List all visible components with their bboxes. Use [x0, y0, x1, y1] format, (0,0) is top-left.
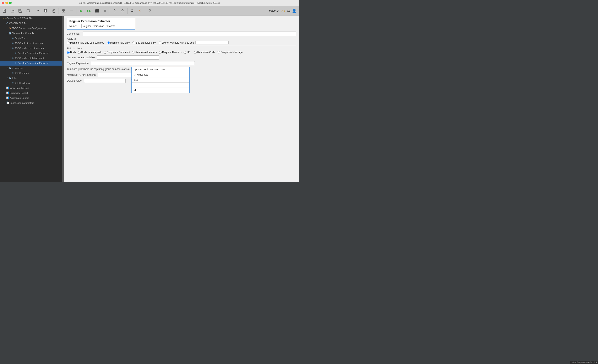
re-header-box: Regular Expression Extractor Name: [67, 18, 135, 30]
radio-jmeter-var-input[interactable] [159, 41, 161, 44]
sidebar-item-label: transaction parameters [10, 101, 34, 105]
listener-icon: 📊 [6, 86, 9, 90]
expand-button[interactable] [60, 7, 67, 15]
new-button[interactable] [1, 7, 8, 15]
run-no-pause-button[interactable]: ▶▶ [85, 7, 93, 15]
sidebar-item-begin-trans[interactable]: ✏ Begin Trans [0, 36, 62, 41]
sample-counter: 0/1 [287, 9, 290, 12]
radio-sub-only[interactable]: Sub-samples only [133, 41, 156, 44]
field-body-as-doc[interactable]: Body as a Document [104, 51, 130, 54]
comments-input[interactable] [83, 32, 296, 36]
sidebar-item-label: JDBC update credit account [15, 46, 44, 50]
sidebar-item-summary-report[interactable]: 📊 Summary Report [0, 90, 62, 96]
elapsed-time: 00:00:14 [269, 9, 279, 12]
sidebar-item-label: if success [12, 66, 23, 70]
sidebar-item-aggregate-report[interactable]: 📊 Aggregate Report [0, 96, 62, 100]
name-input[interactable] [81, 24, 133, 28]
help-button[interactable]: ? [146, 7, 154, 15]
search-button[interactable] [129, 7, 136, 15]
sidebar-item-tx-ctrl[interactable]: ▼ ▣ Transaction Controller [0, 31, 62, 36]
field-resp-code-input[interactable] [194, 51, 197, 54]
paste-button[interactable] [50, 7, 58, 15]
extractor-icon: ✏ [15, 61, 17, 65]
regex-input[interactable] [91, 61, 195, 65]
expand-arrow: ▼ [9, 56, 12, 60]
sampler-icon: ✏ [12, 41, 14, 45]
sidebar-item-if-fail[interactable]: ▼ ▣ If fail [0, 75, 62, 81]
popup-name-created-var-row: update_debit_account_rows [132, 67, 189, 72]
copy-button[interactable] [42, 7, 50, 15]
clear-all-button[interactable] [119, 7, 126, 15]
plan-icon: 🗂 [3, 16, 6, 20]
sidebar-item-ob-oracle[interactable]: ▼ ⚙ OB-ORACLE Test [0, 21, 62, 26]
field-body-unescaped-input[interactable] [78, 51, 81, 54]
popup-template-row: $1$ [132, 77, 189, 83]
radio-main-only[interactable]: Main sample only [107, 41, 130, 44]
sidebar-item-jdbc-update-debit[interactable]: ▼ ✏ JDBC update debit account [0, 56, 62, 61]
sidebar-item-if-success[interactable]: ▼ ▣ if success [0, 65, 62, 71]
stop-now-button[interactable]: ⏹ [101, 7, 108, 15]
collapse-button[interactable] [68, 7, 75, 15]
field-resp-msg-input[interactable] [217, 51, 220, 54]
sampler-icon: ✏ [12, 81, 14, 85]
separator-1 [33, 8, 33, 14]
radio-sub-only-input[interactable] [133, 41, 135, 44]
save-button[interactable] [17, 7, 24, 15]
radio-main-sub[interactable]: Main sample and sub-samples [67, 41, 104, 44]
field-response-message[interactable]: Response Message [217, 51, 242, 54]
reset-button[interactable] [136, 7, 144, 15]
svg-rect-14 [62, 11, 63, 12]
field-req-headers-input[interactable] [159, 51, 162, 54]
default-val-input[interactable] [84, 79, 126, 83]
field-resp-msg-label: Response Message [221, 51, 242, 54]
print-button[interactable] [25, 7, 32, 15]
field-body-doc-input[interactable] [104, 51, 106, 54]
cut-button[interactable]: ✂ [34, 7, 42, 15]
field-url[interactable]: URL [183, 51, 192, 54]
regex-label: Regular Expression: [67, 62, 89, 65]
radio-main-only-input[interactable] [107, 41, 110, 44]
name-created-var-row: Name of created variable: [67, 55, 296, 60]
comments-row: Comments: [67, 32, 296, 36]
sidebar-item-test-plan[interactable]: ▼ 🗂 OceanBase 2.2 Test Plan [0, 16, 62, 21]
maximize-button[interactable] [9, 2, 12, 4]
field-response-code[interactable]: Response Code [194, 51, 215, 54]
sidebar-item-view-results-tree[interactable]: 📊 View Results Tree [0, 86, 62, 90]
sidebar-item-jdbc-select[interactable]: ✏ JDBC select credit account [0, 41, 62, 46]
sidebar-item-jdbc-update-credit[interactable]: ▼ ✏ JDBC update credit account [0, 46, 62, 51]
sidebar-item-tx-params[interactable]: 📄 transaction parameters [0, 100, 62, 105]
minimize-button[interactable] [5, 2, 8, 4]
field-body-unescaped[interactable]: Body (unescaped) [78, 51, 101, 54]
field-resp-headers-input[interactable] [132, 51, 135, 54]
sidebar-item-regex-credit[interactable]: ✏ Regular Expression Extractor [0, 51, 62, 56]
field-body-input[interactable] [67, 51, 70, 54]
sidebar-divider[interactable]: ⋮ [62, 16, 64, 182]
sidebar-item-label: Regular Expression Extractor [18, 51, 49, 55]
sidebar-item-jdbc-commit[interactable]: ✏ JDBC commit [0, 71, 62, 75]
template-label: Template ($i$ where i is capturing group… [67, 68, 134, 71]
warning-count: 0 [284, 9, 285, 12]
open-button[interactable] [9, 7, 16, 15]
listener-icon: 📊 [6, 91, 9, 95]
sidebar-item-jdbc-conn[interactable]: ✕ JDBC Connection Configuration [0, 26, 62, 31]
field-response-headers[interactable]: Response Headers [132, 51, 157, 54]
name-created-var-input[interactable] [97, 55, 159, 60]
jmeter-var-name-input[interactable] [195, 41, 229, 44]
sampler-icon: ✏ [12, 71, 14, 75]
name-created-var-label: Name of created variable: [67, 56, 95, 59]
controller-icon: ▣ [9, 76, 11, 80]
popup-match-no-row: 0 [132, 83, 189, 88]
toolbar-right: 00:00:14 ⚠ 0 0/1 👤 [269, 8, 298, 13]
sidebar-item-regex-debit[interactable]: ✏ Regular Expression Extractor [0, 61, 62, 65]
clear-button[interactable] [111, 7, 118, 15]
field-url-input[interactable] [183, 51, 186, 54]
radio-jmeter-var[interactable]: JMeter Variable Name to use [159, 41, 229, 44]
field-request-headers[interactable]: Request Headers [159, 51, 182, 54]
run-button[interactable]: ▶ [77, 7, 85, 15]
sidebar-item-jdbc-rollback[interactable]: ✏ JDBC rollback [0, 81, 62, 86]
close-button[interactable] [2, 2, 4, 4]
title-bar: ob.jmx (/Users/qing.meiq/Documents/2018_… [0, 0, 299, 6]
stop-button[interactable]: ⬛ [93, 7, 101, 15]
field-body[interactable]: Body [67, 51, 76, 54]
radio-main-sub-input[interactable] [67, 41, 70, 44]
